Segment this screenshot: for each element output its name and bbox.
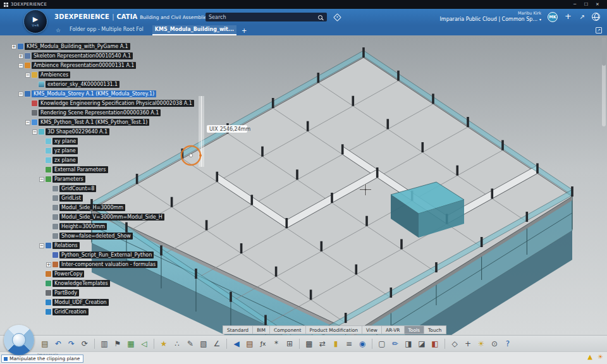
tree-item-label[interactable]: KnowledgeTemplates: [52, 280, 110, 287]
tree-item[interactable]: yz plane: [39, 146, 194, 155]
eraser-icon[interactable]: ◪: [416, 338, 427, 349]
favorites-icon[interactable]: ★: [158, 338, 169, 349]
expander-minus-icon[interactable]: −: [18, 92, 23, 97]
globe-help-icon[interactable]: [592, 13, 600, 21]
tree-item-label[interactable]: Show=false=deleted_Show: [59, 233, 133, 240]
workbench-tab-product-modification[interactable]: Product Modification: [306, 325, 363, 334]
tree-item[interactable]: +KMS_Modula_Building_with_PyGame A.1: [11, 42, 194, 51]
share-nodes-icon[interactable]: ∴: [171, 338, 183, 349]
refresh-icon[interactable]: ⟳: [79, 338, 90, 349]
tree-item-label[interactable]: zx plane: [52, 157, 78, 164]
list-view-icon[interactable]: ≡: [343, 338, 355, 349]
tree-item[interactable]: GridList: [46, 193, 194, 203]
tree-item[interactable]: Modul_UDF_Creation: [39, 298, 194, 307]
help-icon[interactable]: ?: [502, 338, 513, 349]
annotate-icon[interactable]: ✏: [389, 338, 401, 349]
expander-plus-icon[interactable]: +: [11, 44, 16, 49]
tree-item[interactable]: Height=3000mm: [46, 222, 194, 231]
warning-icon[interactable]: ▲: [587, 353, 592, 360]
tree-item-label[interactable]: exterior_sky_4K00000131.1: [46, 81, 120, 88]
tree-item-label[interactable]: Ambiences: [39, 71, 70, 78]
app-grid-icon[interactable]: [4, 3, 6, 4]
print-icon[interactable]: ▥: [99, 338, 110, 349]
tag-icon[interactable]: [333, 13, 341, 21]
tab-active-document[interactable]: KMS_Modula_Building_wit...: [152, 25, 236, 35]
scrollbar-thumb[interactable]: [602, 38, 606, 66]
tree-item[interactable]: −Relations: [39, 241, 194, 250]
tree-item[interactable]: −Ambiences: [25, 70, 194, 80]
avatar[interactable]: MK: [548, 12, 558, 22]
layers-icon[interactable]: ▩: [304, 338, 315, 349]
analysis-icon[interactable]: ▧: [198, 338, 209, 349]
expander-minus-icon[interactable]: −: [39, 177, 44, 182]
flag-icon[interactable]: ⚑: [112, 338, 123, 349]
table-icon[interactable]: ⊞: [284, 338, 295, 349]
tree-item[interactable]: GridCount=8: [46, 184, 194, 193]
viewport-3d[interactable]: UIX2546,24mm +KMS_Modula_Building_with_P…: [0, 35, 607, 335]
playback-icon[interactable]: ◀: [231, 338, 242, 349]
tree-item[interactable]: Knowledge Engineering Specification Phys…: [25, 99, 194, 108]
fullscreen-icon[interactable]: ↗: [596, 27, 602, 33]
tree-item[interactable]: PowerCopy: [39, 269, 194, 279]
minimize-button[interactable]: ─: [569, 0, 580, 9]
exchange-icon[interactable]: ⇄: [317, 338, 328, 349]
tree-item-label[interactable]: GridCount=8: [59, 185, 96, 192]
tree-item-label[interactable]: Modul_Side_H=3000mm: [59, 204, 125, 211]
workbench-tab-tools[interactable]: Tools: [405, 325, 424, 334]
light-icon[interactable]: ☀: [475, 338, 487, 349]
tree-item-label[interactable]: Inter-component valuation - formulas: [59, 261, 157, 268]
tree-item[interactable]: −KMS_Python_Test A.1 (KMS_Python_Test.1): [25, 118, 194, 127]
tree-item[interactable]: Modul_Side_V=3000mm=Modul_Side_H: [46, 212, 194, 222]
report-icon[interactable]: ▢: [376, 338, 388, 349]
tree-item-label[interactable]: Height=3000mm: [59, 223, 107, 230]
search-bar[interactable]: [205, 13, 327, 21]
tree-item-label[interactable]: KMS_Modula_Building_with_PyGame A.1: [25, 43, 130, 50]
formula-icon[interactable]: ƒx: [257, 338, 269, 349]
expander-plus-icon[interactable]: +: [18, 54, 23, 59]
close-button[interactable]: ✕: [592, 0, 603, 9]
tree-item-label[interactable]: xy plane: [52, 138, 78, 145]
add-content-button[interactable]: +: [565, 11, 572, 21]
axes-icon[interactable]: +: [462, 338, 474, 349]
tree-item[interactable]: −Ambience Representation00000131 A.1: [18, 61, 194, 70]
redo-icon[interactable]: ↷: [66, 338, 77, 349]
workbench-tab-bim[interactable]: BIM: [253, 325, 270, 334]
workbench-tab-standard[interactable]: Standard: [223, 325, 253, 334]
expander-minus-icon[interactable]: −: [18, 63, 23, 68]
tree-item-label[interactable]: Skeleton Representation00010540 A.1: [32, 52, 133, 59]
tree-item-label[interactable]: Python_Script_Run_External_Python: [59, 252, 154, 258]
tree-item[interactable]: GridCreation: [39, 307, 194, 317]
expander-minus-icon[interactable]: −: [25, 120, 30, 125]
tree-item[interactable]: Python_Script_Run_External_Python: [46, 250, 194, 260]
tree-item-label[interactable]: KMS_Python_Test A.1 (KMS_Python_Test.1): [39, 119, 149, 126]
tenant-selector[interactable]: Impararia Public Cloud | Common Sp... ▾: [439, 16, 541, 22]
tree-item-label[interactable]: Ambience Representation00000131 A.1: [32, 62, 136, 69]
tree-item[interactable]: +Inter-component valuation - formulas: [46, 260, 194, 269]
section-icon[interactable]: ◨: [403, 338, 414, 349]
workbench-tab-view[interactable]: View: [362, 325, 382, 334]
tree-item[interactable]: KnowledgeTemplates: [39, 279, 194, 288]
brightness-icon[interactable]: ☀: [598, 353, 603, 360]
workbench-tab-ar-vr[interactable]: AR-VR: [382, 325, 405, 334]
tree-item[interactable]: −3D Shape00229640 A.1: [32, 127, 194, 136]
tree-item-label[interactable]: yz plane: [52, 147, 78, 154]
tree-item-label[interactable]: Modul_Side_V=3000mm=Modul_Side_H: [59, 214, 164, 221]
expander-plus-icon[interactable]: +: [46, 262, 51, 267]
expander-minus-icon[interactable]: −: [32, 130, 37, 135]
search-icon[interactable]: [318, 15, 322, 20]
favorite-star-icon[interactable]: ☆: [56, 27, 61, 33]
workbench-tab-touch[interactable]: Touch: [424, 325, 446, 334]
tree-item-label[interactable]: GridCreation: [52, 308, 89, 315]
tree-item-label[interactable]: Knowledge Engineering Specification Phys…: [39, 100, 194, 107]
screen-capture-icon[interactable]: ▦: [125, 338, 137, 349]
tree-item-label[interactable]: KMS_Modula_Storey A.1 (KMS_Modula_Storey…: [32, 90, 156, 97]
tree-item[interactable]: exterior_sky_4K00000131.1: [32, 80, 194, 89]
cube-icon[interactable]: ◇: [449, 338, 460, 349]
ruler-icon[interactable]: ▮: [330, 338, 341, 349]
tree-item[interactable]: Show=false=deleted_Show: [46, 231, 194, 241]
tree-item-label[interactable]: 3D Shape00229640 A.1: [46, 128, 109, 135]
camera-icon[interactable]: ⊙: [489, 338, 500, 349]
tree-item[interactable]: PartBody: [39, 288, 194, 298]
tree-item[interactable]: Rendering Scene Representation00000360 A…: [25, 108, 194, 118]
material-icon[interactable]: ◧: [429, 338, 441, 349]
